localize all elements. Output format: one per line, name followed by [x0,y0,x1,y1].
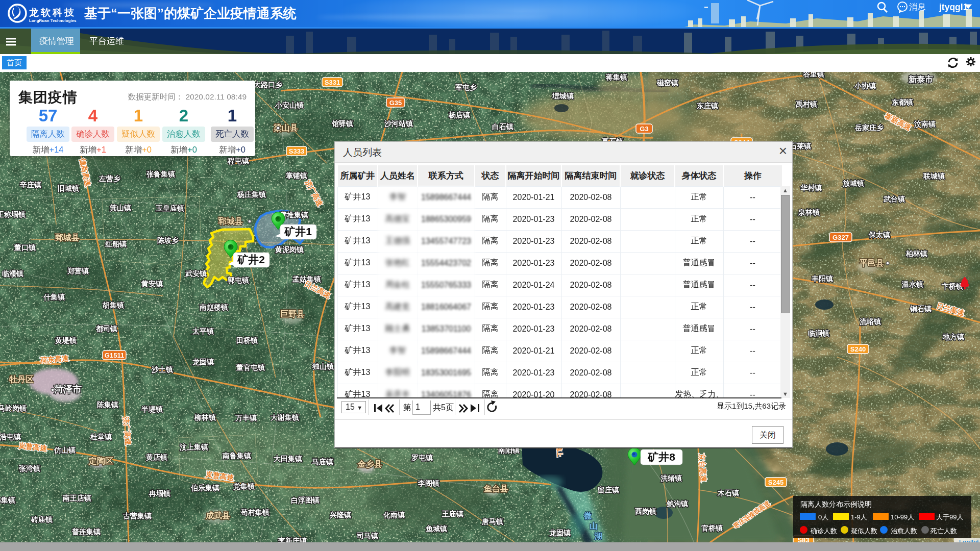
svg-text:独山镇: 独山镇 [312,362,334,370]
svg-text:洪绪镇: 洪绪镇 [660,474,682,483]
svg-text:韩集镇: 韩集镇 [0,496,15,504]
svg-text:大路口乡: 大路口乡 [254,81,282,89]
svg-text:牡丹区: 牡丹区 [9,375,34,384]
svg-text:丰阳镇: 丰阳镇 [811,274,833,283]
svg-text:都司镇: 都司镇 [95,324,117,333]
svg-text:保太镇: 保太镇 [868,231,890,239]
svg-text:王浩屯镇: 王浩屯镇 [0,433,21,441]
svg-text:流峪镇: 流峪镇 [860,317,881,325]
svg-text:消息: 消息 [909,2,926,11]
svg-text:卞桥镇: 卞桥镇 [941,282,963,290]
svg-text:沙土镇: 沙土镇 [152,365,173,373]
svg-text:成武县: 成武县 [205,511,230,520]
svg-text:伯乐集镇: 伯乐集镇 [190,484,219,492]
svg-text:玉皇庙镇: 玉皇庙镇 [155,204,184,212]
svg-text:S240: S240 [850,345,866,353]
svg-text:陈集镇: 陈集镇 [97,400,118,409]
svg-text:G35: G35 [389,99,402,107]
svg-text:磁窑镇: 磁窑镇 [656,79,678,87]
svg-text:辛庄镇: 辛庄镇 [19,181,41,189]
svg-text:矿井8: 矿井8 [647,451,675,463]
svg-text:冉堌镇: 冉堌镇 [149,489,170,497]
svg-text:白石镇: 白石镇 [492,122,513,131]
svg-text:马岭岗镇: 马岭岗镇 [0,404,27,412]
svg-text:铜石镇: 铜石镇 [910,305,932,313]
svg-text:苟村集镇: 苟村集镇 [240,508,270,516]
svg-text:红船镇: 红船镇 [105,240,127,248]
svg-text:大谢集镇: 大谢集镇 [271,413,299,421]
svg-text:蒋集镇: 蒋集镇 [605,73,627,81]
svg-text:砖庙镇: 砖庙镇 [31,515,53,523]
svg-text:化雨镇: 化雨镇 [383,511,405,519]
svg-text:罗屯镇: 罗屯镇 [411,454,433,462]
svg-text:黄堤镇: 黄堤镇 [55,336,77,344]
svg-text:南王店镇: 南王店镇 [62,494,91,502]
svg-text:武安镇: 武安镇 [185,269,207,278]
svg-text:鱼台县: 鱼台县 [483,484,508,493]
svg-text:LongRuan Technologies: LongRuan Technologies [29,18,77,23]
svg-text:龙固镇: 龙固镇 [549,529,571,537]
svg-text:王称堌镇: 王称堌镇 [0,210,26,218]
svg-text:郓城县: 郓城县 [218,217,243,226]
svg-text:官桥镇: 官桥镇 [701,524,723,532]
svg-text:S245: S245 [768,479,783,486]
svg-text:jtyqgl1: jtyqgl1 [939,2,968,12]
svg-text:留庄镇: 留庄镇 [598,486,619,494]
svg-text:巨野县: 巨野县 [280,310,305,318]
svg-text:董官屯镇: 董官屯镇 [236,363,265,371]
svg-text:鱼城镇: 鱼城镇 [425,524,447,533]
svg-text:仿山镇: 仿山镇 [54,446,76,454]
svg-text:东庄镇: 东庄镇 [696,102,718,110]
svg-text:微: 微 [584,511,593,520]
svg-text:太平镇: 太平镇 [192,327,214,335]
svg-text:禹村镇: 禹村镇 [796,100,817,108]
svg-text:半堤镇: 半堤镇 [141,405,163,413]
svg-text:普连集镇: 普连集镇 [72,528,101,536]
svg-text:联城镇: 联城镇 [923,172,945,180]
svg-text:田桥镇: 田桥镇 [236,336,258,344]
svg-text:程屯镇: 程屯镇 [227,157,249,165]
svg-text:汶上集镇: 汶上集镇 [179,443,208,451]
svg-text:李阁镇: 李阁镇 [418,479,439,487]
svg-text:南赵楼镇: 南赵楼镇 [199,303,228,311]
svg-text:杜堂镇: 杜堂镇 [90,433,112,441]
svg-text:郭屯镇: 郭屯镇 [227,276,249,284]
svg-text:馆驿镇: 馆驿镇 [331,119,353,128]
svg-text:金乡县: 金乡县 [357,460,382,468]
svg-text:柏林镇: 柏林镇 [905,249,927,258]
svg-text:胡集镇: 胡集镇 [102,301,124,309]
svg-text:湖: 湖 [594,532,602,540]
svg-text:木石镇: 木石镇 [717,489,739,497]
svg-text:龙软科技: 龙软科技 [29,7,76,18]
svg-text:白浮图镇: 白浮图镇 [291,496,320,504]
svg-text:G327: G327 [832,234,849,241]
svg-text:黄店镇: 黄店镇 [145,453,167,461]
svg-text:箕山镇: 箕山镇 [109,204,131,212]
svg-text:郑营镇: 郑营镇 [67,267,89,275]
svg-text:西岗镇: 西岗镇 [635,507,656,515]
svg-text:地方镇: 地方镇 [942,333,964,341]
svg-text:王庙镇: 王庙镇 [442,510,463,518]
svg-text:武台镇: 武台镇 [883,195,905,203]
svg-text:小协镇: 小协镇 [854,82,876,90]
svg-text:张湾镇: 张湾镇 [19,464,40,472]
svg-text:G1511: G1511 [105,352,124,359]
svg-text:军屯乡: 军屯乡 [455,83,477,91]
svg-text:矿井1: 矿井1 [284,226,312,237]
svg-text:柳林镇: 柳林镇 [194,413,216,421]
svg-text:山: 山 [590,521,598,530]
svg-text:堽城镇: 堽城镇 [552,92,574,100]
svg-text:杨庄集镇: 杨庄集镇 [237,190,266,198]
svg-text:矿井2: 矿井2 [237,254,265,265]
svg-text:杨店镇: 杨店镇 [448,111,470,119]
svg-text:左营乡: 左营乡 [99,174,120,183]
svg-text:定陶区: 定陶区 [88,456,113,465]
svg-text:S331: S331 [325,79,340,86]
svg-text:临濮镇: 临濮镇 [2,269,23,278]
svg-text:马庙镇: 马庙镇 [312,458,333,466]
svg-text:张鲁集镇: 张鲁集镇 [146,170,175,178]
svg-text:司马镇: 司马镇 [357,532,378,540]
svg-text:旧城镇: 旧城镇 [58,184,79,192]
svg-text:唐马镇: 唐马镇 [481,517,503,525]
svg-text:兴隆镇: 兴隆镇 [329,511,351,519]
